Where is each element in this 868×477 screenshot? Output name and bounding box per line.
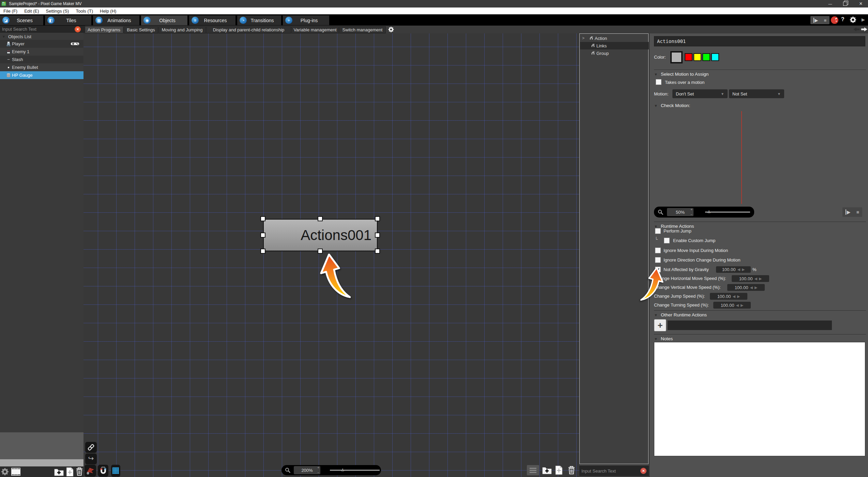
check-motion-header[interactable]: ▼ Check Motion:: [654, 103, 690, 108]
color-swatch-red[interactable]: [685, 53, 692, 61]
zoom-plus[interactable]: +: [690, 208, 692, 211]
zoom-slider-handle[interactable]: ▲: [340, 467, 345, 472]
notes-textarea[interactable]: [654, 342, 865, 456]
subtab-basic-settings[interactable]: Basic Settings: [124, 26, 158, 33]
object-item-slash[interactable]: − Slash: [0, 56, 83, 63]
expand-right-icon[interactable]: ▶: [862, 17, 865, 22]
spin-up-icon[interactable]: ▶: [759, 277, 762, 281]
canvas-zoom-value[interactable]: 200% +−: [294, 466, 320, 474]
ignore-move-input-checkbox[interactable]: [655, 248, 661, 253]
restore-button[interactable]: [839, 0, 851, 8]
menu-tools[interactable]: Tools (T): [72, 8, 96, 14]
motion-dropdown-1[interactable]: Don't Set ▼: [672, 89, 728, 98]
menu-file[interactable]: File (F): [0, 8, 21, 14]
node-handle-w[interactable]: [260, 233, 265, 238]
add-item-button[interactable]: [66, 467, 74, 477]
other-runtime-actions-header[interactable]: ▼ Other Runtime Actions: [654, 312, 707, 317]
node-handle-sw[interactable]: [260, 249, 265, 254]
tree-item-action[interactable]: > Action: [580, 34, 649, 42]
subtab-variable-management[interactable]: Variable management: [291, 26, 339, 33]
tab-plugins[interactable]: +Plug-ins: [283, 15, 329, 25]
zoom-minus[interactable]: −: [690, 213, 692, 216]
color-swatch-green[interactable]: [702, 53, 710, 61]
preview-slider-handle[interactable]: ▲: [706, 209, 712, 214]
tree-search-clear-button[interactable]: ×: [640, 468, 646, 474]
object-item-player[interactable]: Player: [0, 40, 83, 48]
canvas-delete-button[interactable]: [568, 466, 575, 475]
tab-objects[interactable]: ◉Objects: [141, 15, 187, 25]
stop-button[interactable]: ■: [824, 18, 827, 23]
tab-animations[interactable]: ▦Animations: [93, 15, 139, 25]
add-other-action-button[interactable]: +: [654, 319, 666, 331]
spin-down-icon[interactable]: ◀: [737, 267, 740, 272]
spin-down-icon[interactable]: ◀: [736, 303, 738, 308]
motion-dropdown-2[interactable]: Not Set ▼: [729, 89, 784, 98]
sidebar-preview-bar[interactable]: [0, 459, 83, 466]
sidebar-search-clear-button[interactable]: ×: [75, 26, 81, 32]
subtab-moving-jumping[interactable]: Moving and Jumping: [158, 26, 206, 33]
zoom-stepper[interactable]: +−: [317, 466, 319, 474]
enable-custom-jump-checkbox[interactable]: [664, 238, 670, 243]
canvas-add-folder-button[interactable]: [542, 466, 552, 475]
flag-tool-button[interactable]: [85, 465, 96, 477]
object-item-enemy1[interactable]: Enemy 1: [0, 48, 83, 56]
notes-header[interactable]: ▼ Notes: [654, 336, 673, 341]
reset-button[interactable]: [831, 16, 838, 24]
grid-toggle-button[interactable]: [111, 465, 120, 477]
subtab-gear-button[interactable]: [388, 26, 394, 33]
animation-strip-icon[interactable]: [11, 467, 21, 476]
node-handle-ne[interactable]: [375, 216, 380, 221]
change-vertical-speed-field[interactable]: 100.00 ◀ ▶: [727, 284, 765, 291]
add-folder-button[interactable]: [54, 467, 64, 476]
tab-transitions[interactable]: ◔Transitions: [237, 15, 281, 25]
nav-back-button[interactable]: [853, 27, 860, 32]
preview-zoom-value[interactable]: 50% +−: [667, 208, 694, 216]
subtab-display-parent-child[interactable]: Display and parent-child relationship: [206, 26, 291, 33]
object-item-hp-gauge-selected[interactable]: HP Gauge: [0, 71, 83, 79]
color-swatch-yellow[interactable]: [694, 53, 701, 61]
spin-up-icon[interactable]: ▶: [741, 303, 743, 308]
spin-up-icon[interactable]: ▶: [742, 267, 745, 272]
color-swatch-gray-selected[interactable]: [670, 51, 683, 63]
list-view-button[interactable]: [527, 465, 539, 475]
node-handle-n[interactable]: [318, 216, 323, 221]
nav-forward-button[interactable]: [861, 27, 868, 32]
redo-arrow-button[interactable]: ↪: [85, 453, 97, 464]
close-button[interactable]: ×: [854, 0, 868, 8]
spin-up-icon[interactable]: ▶: [737, 294, 740, 299]
action-program-canvas[interactable]: Actions001 ↪ 200% +− ▲: [83, 33, 579, 477]
sidebar-search-input[interactable]: [0, 26, 85, 33]
spin-down-icon[interactable]: ◀: [754, 277, 757, 281]
zoom-slider-track[interactable]: [330, 470, 380, 471]
tab-resources[interactable]: ≡Resources: [189, 15, 235, 25]
node-handle-nw[interactable]: [260, 216, 265, 221]
minimize-button[interactable]: —: [824, 0, 836, 8]
menu-help[interactable]: Help (H): [96, 8, 120, 14]
objects-list-header[interactable]: ▼ Objects List: [0, 33, 83, 40]
node-handle-s[interactable]: [318, 249, 323, 254]
preview-play-button[interactable]: ▶: [846, 209, 851, 215]
snap-magnet-button[interactable]: [98, 465, 108, 477]
node-handle-e[interactable]: [375, 233, 380, 238]
canvas-add-item-button[interactable]: [555, 465, 563, 475]
change-jump-speed-field[interactable]: 100.00 ◀ ▶: [710, 293, 747, 300]
play-button[interactable]: ▶: [813, 18, 818, 23]
menu-settings[interactable]: Settings (S): [43, 8, 73, 14]
spin-down-icon[interactable]: ◀: [732, 294, 735, 299]
subtab-action-programs[interactable]: Action Programs: [85, 26, 123, 33]
action-name-input[interactable]: [654, 36, 865, 46]
tree-search-input[interactable]: [579, 466, 649, 476]
zoom-minus[interactable]: −: [317, 471, 319, 474]
settings-gear-button[interactable]: [849, 16, 857, 24]
change-horizontal-speed-field[interactable]: 100.00 ◀ ▶: [732, 275, 769, 282]
spin-up-icon[interactable]: ▶: [755, 285, 757, 290]
takes-over-motion-checkbox[interactable]: [656, 79, 661, 85]
spin-down-icon[interactable]: ◀: [750, 285, 752, 290]
perform-jump-checkbox[interactable]: [655, 228, 661, 234]
sidebar-settings-gear-icon[interactable]: [1, 467, 9, 476]
tree-item-links-selected[interactable]: Links: [580, 42, 649, 49]
gravity-percent-field[interactable]: 100.00 ◀ ▶: [716, 266, 751, 273]
help-button[interactable]: ?: [841, 16, 844, 23]
select-motion-header[interactable]: ▼ Select Motion to Assign: [654, 72, 709, 77]
preview-stop-button[interactable]: ■: [856, 209, 859, 215]
